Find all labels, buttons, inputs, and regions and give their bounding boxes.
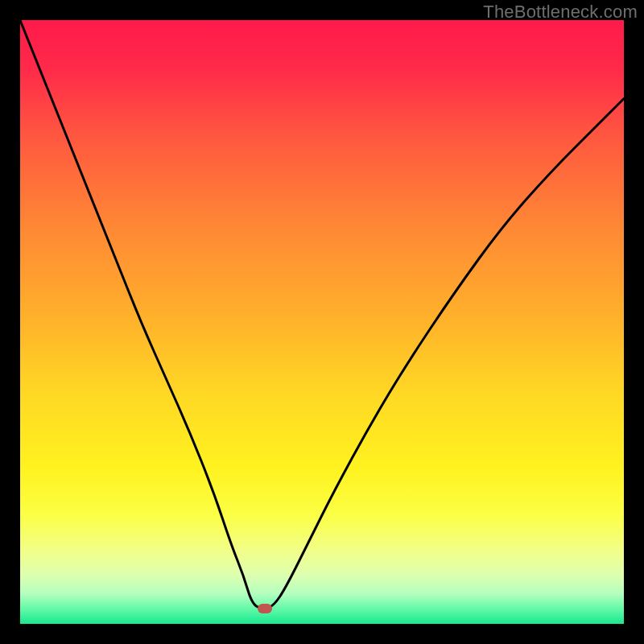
plot-area xyxy=(20,20,624,624)
optimal-point-marker xyxy=(258,604,272,613)
bottleneck-curve xyxy=(20,20,624,624)
